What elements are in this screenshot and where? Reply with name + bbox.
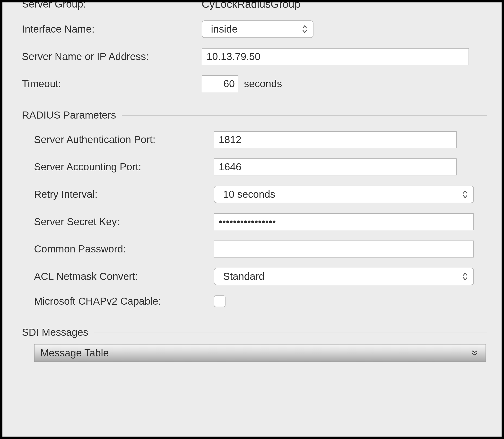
select-interface-name[interactable]: inside [202, 20, 313, 38]
label-interface-name: Interface Name: [22, 23, 202, 35]
select-acl-netmask-value: Standard [223, 271, 264, 282]
row-timeout: Timeout: seconds [22, 75, 487, 92]
value-server-group: CyLockRadiusGroup [202, 0, 300, 10]
row-server-address: Server Name or IP Address: [22, 48, 487, 65]
label-retry-interval: Retry Interval: [22, 189, 214, 200]
dialog-frame: Server Group: CyLockRadiusGroup Interfac… [0, 0, 504, 439]
row-message-table: Message Table [22, 344, 487, 362]
input-common-password[interactable] [214, 241, 474, 257]
section-radius-title: RADIUS Parameters [22, 109, 116, 121]
input-acct-port[interactable] [214, 159, 457, 175]
row-acct-port: Server Accounting Port: [22, 159, 487, 175]
row-auth-port: Server Authentication Port: [22, 131, 487, 148]
section-divider [94, 333, 487, 333]
label-message-table: Message Table [40, 347, 109, 359]
select-interface-name-value: inside [211, 23, 238, 35]
section-sdi-messages: SDI Messages [22, 327, 487, 338]
row-interface-name: Interface Name: inside [22, 20, 487, 38]
row-acl-netmask: ACL Netmask Convert: Standard [22, 268, 487, 285]
label-common-password: Common Password: [22, 243, 214, 255]
section-sdi-title: SDI Messages [22, 327, 88, 338]
row-server-group: Server Group: CyLockRadiusGroup [22, 0, 487, 10]
input-timeout[interactable] [202, 75, 238, 92]
label-acl-netmask: ACL Netmask Convert: [22, 271, 214, 282]
label-auth-port: Server Authentication Port: [22, 134, 214, 146]
select-retry-interval-value: 10 seconds [223, 189, 275, 200]
row-secret-key: Server Secret Key: [22, 213, 487, 230]
input-server-address[interactable] [202, 48, 469, 65]
input-secret-key[interactable] [214, 213, 474, 230]
label-timeout: Timeout: [22, 78, 202, 90]
updown-stepper-icon [462, 272, 468, 281]
label-server-address: Server Name or IP Address: [22, 51, 202, 62]
section-radius-parameters: RADIUS Parameters [22, 109, 487, 121]
label-mschapv2: Microsoft CHAPv2 Capable: [22, 295, 214, 307]
input-auth-port[interactable] [214, 131, 457, 148]
updown-stepper-icon [462, 190, 468, 199]
dialog-content: Server Group: CyLockRadiusGroup Interfac… [2, 0, 502, 362]
label-secret-key: Server Secret Key: [22, 216, 214, 228]
updown-stepper-icon [302, 25, 308, 34]
row-mschapv2: Microsoft CHAPv2 Capable: [22, 295, 487, 307]
label-acct-port: Server Accounting Port: [22, 161, 214, 173]
section-divider [122, 115, 487, 116]
label-server-group: Server Group: [22, 0, 202, 10]
select-acl-netmask[interactable]: Standard [214, 268, 474, 285]
row-retry-interval: Retry Interval: 10 seconds [22, 186, 487, 203]
expander-message-table[interactable]: Message Table [34, 344, 486, 362]
select-retry-interval[interactable]: 10 seconds [214, 186, 474, 203]
row-common-password: Common Password: [22, 241, 487, 257]
checkbox-mschapv2[interactable] [214, 295, 225, 307]
label-timeout-suffix: seconds [244, 78, 282, 90]
expand-down-icon [471, 349, 478, 357]
